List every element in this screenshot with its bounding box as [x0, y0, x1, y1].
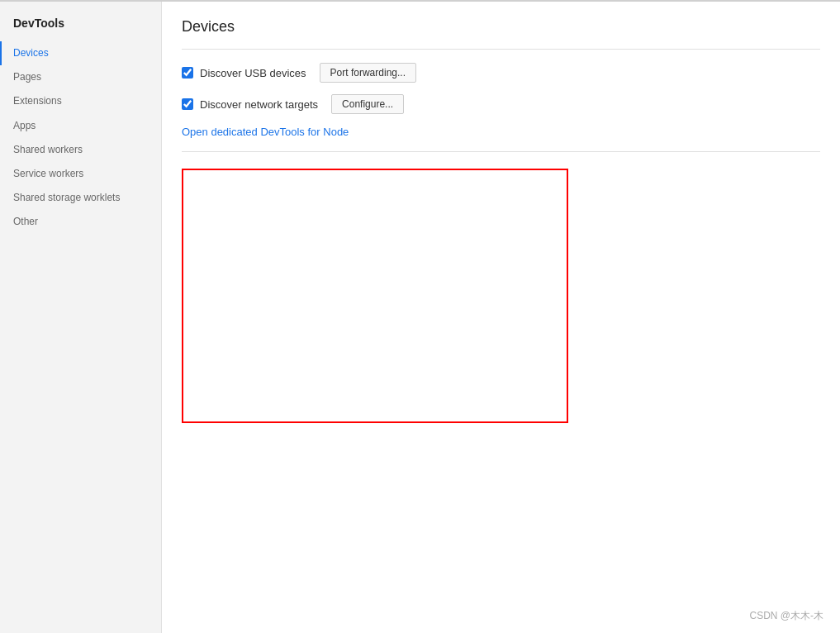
discover-network-row: Discover network targets Configure... — [182, 94, 820, 114]
discover-network-checkbox[interactable] — [182, 98, 193, 110]
sidebar-item-shared-workers[interactable]: Shared workers — [0, 138, 161, 162]
sidebar-item-service-workers[interactable]: Service workers — [0, 162, 161, 186]
sidebar-item-extensions[interactable]: Extensions — [0, 89, 161, 113]
sidebar: DevTools Devices Pages Extensions Apps S… — [0, 2, 162, 633]
sidebar-item-devices[interactable]: Devices — [0, 41, 161, 65]
watermark: CSDN @木木-木 — [749, 609, 823, 623]
divider — [182, 49, 820, 50]
page-title: Devices — [182, 18, 820, 36]
sidebar-item-pages[interactable]: Pages — [0, 65, 161, 89]
sidebar-item-other[interactable]: Other — [0, 210, 161, 234]
discover-usb-row: Discover USB devices Port forwarding... — [182, 63, 820, 83]
main-content: Devices Discover USB devices Port forwar… — [162, 2, 840, 633]
discover-network-label[interactable]: Discover network targets — [182, 98, 318, 111]
app-title: DevTools — [0, 8, 161, 41]
red-highlight-box — [182, 169, 568, 423]
discover-usb-checkbox[interactable] — [182, 67, 193, 79]
divider-2 — [182, 151, 820, 152]
sidebar-item-shared-storage-worklets[interactable]: Shared storage worklets — [0, 186, 161, 210]
port-forwarding-button[interactable]: Port forwarding... — [320, 63, 416, 83]
sidebar-item-apps[interactable]: Apps — [0, 114, 161, 138]
discover-usb-label[interactable]: Discover USB devices — [182, 67, 306, 79]
configure-button[interactable]: Configure... — [331, 94, 404, 114]
devtools-node-link[interactable]: Open dedicated DevTools for Node — [182, 126, 349, 138]
